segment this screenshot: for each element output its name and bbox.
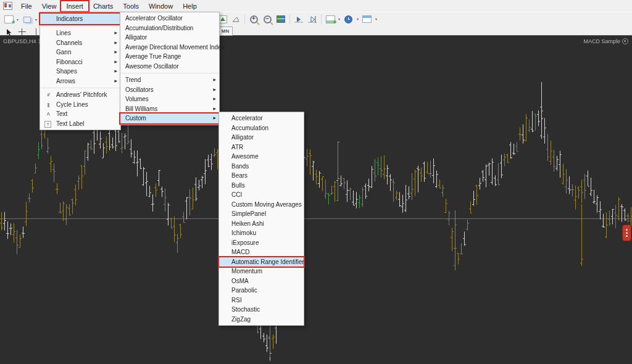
menu-item-osma[interactable]: OsMA [219, 276, 304, 286]
menu-item-fibonacci[interactable]: Fibonacci▶ [40, 57, 120, 67]
submenu-arrow-icon: ▶ [213, 114, 216, 123]
dropdown-caret-icon[interactable]: ▼ [16, 18, 19, 22]
submenu-arrow-icon: ▶ [114, 28, 117, 38]
periods-icon[interactable] [343, 14, 355, 25]
menubar-item-view[interactable]: View [37, 1, 62, 11]
menu-item-text[interactable]: AText [40, 109, 120, 119]
menu-item-alligator[interactable]: Alligator [219, 133, 304, 143]
dropdown-caret-icon[interactable]: ▼ [356, 17, 359, 21]
add-indicator-icon[interactable]: + [324, 14, 336, 25]
menu-item-average-true-range[interactable]: Average True Range [120, 52, 219, 62]
menu-item-accumulation-distribution[interactable]: Accumulation/Distribution [120, 23, 219, 33]
menu-item-accelerator[interactable]: Accelerator [219, 114, 304, 123]
menu-item-bands[interactable]: Bands [219, 162, 304, 172]
menu-item-label: Shapes [56, 68, 77, 75]
menu-item-shapes[interactable]: Shapes▶ [40, 67, 120, 77]
chart-indicator-label: MACD Sample [583, 38, 628, 44]
menubar-item-help[interactable]: Help [178, 1, 202, 11]
menu-item-arrows[interactable]: Arrows▶ [40, 77, 120, 86]
menu-item-bulls[interactable]: Bulls [219, 181, 304, 191]
cursor-icon[interactable] [2, 27, 15, 38]
menu-item-average-directional-movement-index[interactable]: Average Directional Movement Index [120, 43, 219, 52]
menu-item-cycle-lines[interactable]: |||Cycle Lines [40, 100, 120, 110]
menu-item-awesome-oscillator[interactable]: Awesome Oscillator [120, 62, 219, 72]
menu-item-label: Text Label [56, 120, 85, 127]
tile-windows-icon[interactable] [275, 14, 287, 25]
menu-item-iexposure[interactable]: iExposure [219, 238, 304, 248]
menu-item-label: Accumulation/Distribution [125, 25, 193, 31]
menu-item-label: Stochastic [231, 306, 260, 313]
indicator-circle-icon [622, 38, 628, 44]
submenu-arrow-icon: ▶ [114, 57, 117, 67]
menu-item-bears[interactable]: Bears [219, 171, 304, 181]
menu-item-custom[interactable]: Custom▶ [120, 114, 219, 123]
menu-item-label: Bands [231, 163, 249, 170]
menu-item-label: Momentum [231, 268, 262, 275]
menu-item-label: Bill Williams [125, 105, 157, 112]
crosshair-icon[interactable] [16, 27, 28, 38]
menu-item-alligator[interactable]: Alligator [120, 33, 219, 43]
timeframe-button-mn[interactable]: MN [218, 27, 233, 36]
menu-item-simplepanel[interactable]: SimplePanel [219, 209, 304, 219]
menu-item-trend[interactable]: Trend▶ [120, 75, 219, 85]
menu-item-label: MACD [231, 249, 249, 255]
menu-item-awesome[interactable]: Awesome [219, 152, 304, 162]
menu-item-label: Ichimoku [231, 230, 256, 236]
current-price-badge [622, 225, 631, 241]
app-icon [3, 2, 12, 10]
menu-item-accumulation[interactable]: Accumulation [219, 123, 304, 133]
menu-item-indicators[interactable]: Indicators [40, 14, 120, 24]
menu-item-parabolic[interactable]: Parabolic [219, 286, 304, 296]
dropdown-caret-icon[interactable]: ▼ [375, 17, 378, 21]
new-chart-icon[interactable]: + [2, 14, 15, 25]
menu-item-lines[interactable]: Lines▶ [40, 28, 120, 38]
menu-item-custom-moving-averages[interactable]: Custom Moving Averages [219, 200, 304, 210]
menu-item-label: Automatic Range Identifier [231, 259, 304, 265]
menubar-item-insert[interactable]: Insert [61, 1, 88, 11]
menubar-item-charts[interactable]: Charts [88, 1, 118, 11]
submenu-arrow-icon: ▶ [114, 67, 117, 77]
menu-item-label: Accelerator Oscillator [125, 15, 183, 22]
menubar-item-window[interactable]: Window [144, 1, 178, 11]
dropdown-caret-icon[interactable]: ▼ [338, 17, 341, 21]
auto-scroll-icon[interactable] [293, 14, 305, 25]
menu-item-momentum[interactable]: Momentum [219, 267, 304, 276]
menu-item-andrews-pitchfork[interactable]: ///Andrews' Pitchfork [40, 90, 120, 100]
submenu-arrow-icon: ▶ [114, 48, 117, 57]
menu-item-cci[interactable]: CCI [219, 190, 304, 200]
menu-item-label: Indicators [56, 15, 83, 22]
menu-item-label: Average Directional Movement Index [125, 44, 224, 51]
menu-item-bill-williams[interactable]: Bill Williams▶ [120, 104, 219, 114]
menu-item-stochastic[interactable]: Stochastic [219, 305, 304, 315]
menu-item-macd[interactable]: MACD [219, 247, 304, 257]
menu-item-label: Awesome Oscillator [125, 63, 178, 70]
menubar-item-file[interactable]: File [16, 1, 37, 11]
templates-icon[interactable] [361, 14, 373, 25]
menu-item-atr[interactable]: ATR [219, 143, 304, 152]
menu-item-heiken-ashi[interactable]: Heiken Ashi [219, 219, 304, 229]
angle-icon[interactable] [230, 14, 242, 25]
menu-item-label: Trend [125, 77, 141, 83]
menubar-item-tools[interactable]: Tools [118, 1, 144, 11]
menu-item-gann[interactable]: Gann▶ [40, 48, 120, 57]
zoom-out-icon[interactable]: − [261, 14, 273, 25]
menu-item-label: Alligator [125, 34, 147, 41]
menu-item-rsi[interactable]: RSI [219, 296, 304, 305]
zoom-in-icon[interactable]: + [247, 14, 260, 25]
menu-item-automatic-range-identifier[interactable]: Automatic Range Identifier [219, 257, 304, 267]
menu-item-zigzag[interactable]: ZigZag [219, 315, 304, 325]
menu-item-ichimoku[interactable]: Ichimoku [219, 228, 304, 238]
menu-item-label: RSI [231, 297, 242, 304]
menu-item-accelerator-oscillator[interactable]: Accelerator Oscillator [120, 14, 219, 23]
menu-item-label: Arrows [56, 78, 75, 85]
menu-item-volumes[interactable]: Volumes▶ [120, 94, 219, 104]
menu-item-label: Bears [231, 172, 247, 179]
dropdown-caret-icon[interactable]: ▼ [35, 18, 38, 22]
chart-shift-icon[interactable] [306, 14, 318, 25]
menu-item-text-label[interactable]: TText Label [40, 119, 120, 129]
menu-item-label: iExposure [231, 239, 259, 246]
profiles-icon[interactable] [21, 14, 33, 25]
menu-item-oscillators[interactable]: Oscillators▶ [120, 85, 219, 95]
menu-item-channels[interactable]: Channels▶ [40, 38, 120, 48]
indicators-submenu-popup: Accelerator OscillatorAccumulation/Distr… [120, 12, 220, 125]
